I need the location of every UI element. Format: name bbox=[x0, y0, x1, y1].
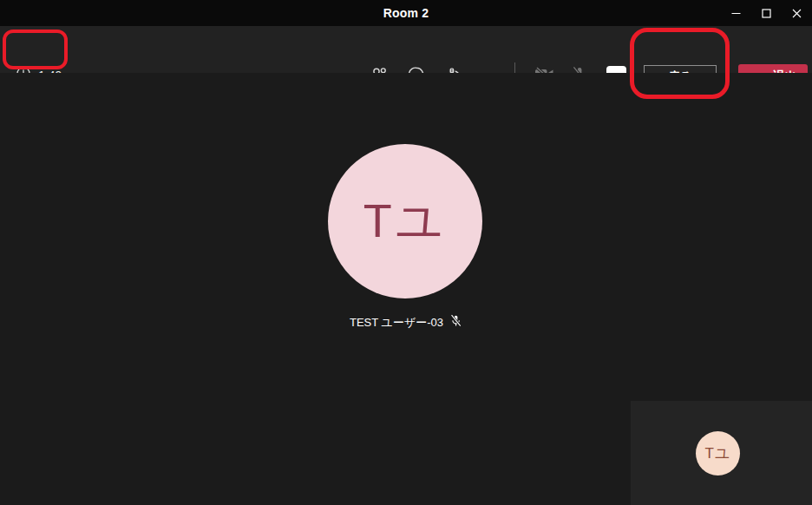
self-avatar: Tユ bbox=[696, 431, 740, 475]
meeting-toolbar: 1:49 bbox=[0, 26, 812, 73]
participant-name: TEST ユーザー-03 bbox=[350, 315, 443, 331]
self-initials: Tユ bbox=[705, 443, 731, 463]
participant-initials: Tユ bbox=[363, 190, 447, 253]
participant-name-row: TEST ユーザー-03 bbox=[0, 314, 812, 331]
maximize-icon bbox=[762, 9, 771, 18]
participant-muted-icon bbox=[449, 314, 462, 331]
self-view-tile[interactable]: Tユ bbox=[631, 401, 812, 505]
maximize-button[interactable] bbox=[751, 0, 782, 26]
minimize-icon bbox=[731, 9, 741, 18]
meeting-window: Room 2 bbox=[0, 0, 812, 505]
close-button[interactable] bbox=[782, 0, 812, 26]
close-icon bbox=[792, 9, 802, 18]
titlebar: Room 2 bbox=[0, 0, 812, 26]
participant-avatar: Tユ bbox=[328, 144, 482, 298]
minimize-button[interactable] bbox=[721, 0, 751, 26]
window-controls bbox=[721, 0, 812, 26]
window-title: Room 2 bbox=[0, 0, 812, 26]
